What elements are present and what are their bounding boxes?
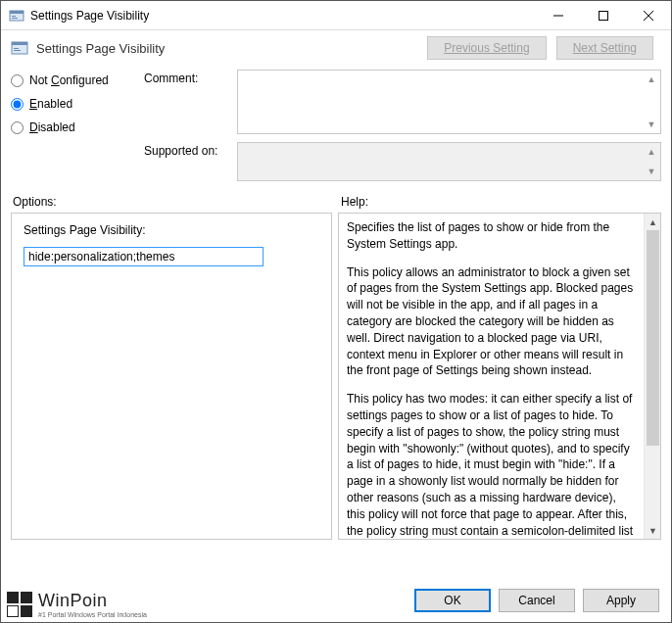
options-section-label: Options:	[13, 195, 341, 209]
visibility-input[interactable]	[24, 247, 264, 266]
titlebar: Settings Page Visibility	[1, 1, 671, 30]
policy-icon	[11, 39, 28, 57]
not-configured-label[interactable]: Not Configured	[29, 73, 109, 87]
svg-rect-10	[14, 48, 19, 49]
watermark-subtext: #1 Portal Windows Portal Indonesia	[38, 611, 147, 618]
watermark-logo-icon	[7, 592, 32, 617]
help-paragraph: This policy allows an administrator to b…	[347, 264, 636, 380]
scroll-down-icon[interactable]: ▼	[644, 117, 659, 132]
svg-rect-11	[14, 50, 21, 51]
help-paragraph: This policy has two modes: it can either…	[347, 391, 636, 539]
scroll-up-icon[interactable]: ▲	[644, 144, 659, 160]
window-controls	[536, 1, 671, 30]
watermark-text: WinPoin	[38, 591, 147, 611]
comment-label: Comment:	[144, 70, 237, 134]
help-scrollbar[interactable]: ▲ ▼	[644, 214, 660, 539]
window-title: Settings Page Visibility	[30, 9, 536, 23]
enabled-radio[interactable]	[11, 98, 24, 111]
dialog-buttons: OK Cancel Apply	[414, 589, 659, 612]
scroll-up-icon[interactable]: ▲	[644, 72, 659, 87]
minimize-button[interactable]	[536, 1, 581, 30]
help-section-label: Help:	[341, 195, 368, 209]
scroll-down-icon[interactable]: ▼	[644, 164, 659, 179]
supported-on-box: ▲ ▼	[237, 142, 661, 181]
svg-rect-2	[12, 16, 16, 17]
svg-rect-9	[12, 42, 27, 45]
help-text: Specifies the list of pages to show or h…	[339, 214, 644, 539]
page-title: Settings Page Visibility	[36, 41, 427, 56]
close-button[interactable]	[626, 1, 671, 30]
previous-setting-button[interactable]: Previous Setting	[427, 36, 546, 60]
not-configured-radio[interactable]	[11, 74, 24, 87]
disabled-radio[interactable]	[11, 121, 24, 134]
state-radio-group: Not Configured Enabled Disabled	[11, 70, 138, 189]
ok-button[interactable]: OK	[414, 589, 491, 612]
scroll-down-icon[interactable]: ▼	[645, 522, 661, 539]
help-paragraph: Specifies the list of pages to show or h…	[347, 219, 636, 253]
watermark: WinPoin #1 Portal Windows Portal Indones…	[7, 591, 147, 618]
header-row: Settings Page Visibility Previous Settin…	[1, 30, 671, 70]
svg-rect-1	[10, 11, 24, 14]
svg-rect-3	[12, 18, 18, 19]
app-icon	[9, 8, 24, 24]
maximize-button[interactable]	[581, 1, 626, 30]
options-panel: Settings Page Visibility:	[11, 213, 332, 540]
supported-on-label: Supported on:	[144, 142, 237, 181]
scroll-up-icon[interactable]: ▲	[645, 214, 661, 230]
disabled-label[interactable]: Disabled	[29, 120, 75, 134]
svg-rect-5	[600, 11, 608, 20]
apply-button[interactable]: Apply	[583, 589, 659, 612]
comment-textarea[interactable]: ▲ ▼	[237, 70, 661, 134]
scrollbar-thumb[interactable]	[647, 230, 659, 446]
cancel-button[interactable]: Cancel	[499, 589, 575, 612]
enabled-label[interactable]: Enabled	[29, 97, 72, 111]
next-setting-button[interactable]: Next Setting	[556, 36, 653, 60]
help-panel: Specifies the list of pages to show or h…	[338, 213, 661, 540]
visibility-field-label: Settings Page Visibility:	[24, 223, 319, 237]
